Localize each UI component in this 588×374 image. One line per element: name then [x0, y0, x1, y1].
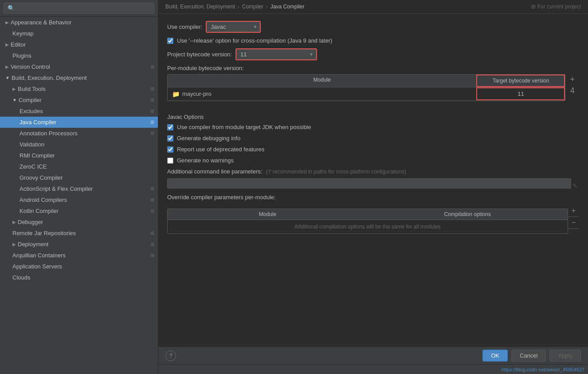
sidebar-item-label: Deployment [18, 241, 48, 248]
add-module-button[interactable]: + [567, 74, 577, 85]
sidebar-item-validation[interactable]: Validation [0, 139, 158, 150]
sidebar-item-label: Compiler [19, 97, 42, 103]
sidebar-item-label: Version Control [11, 63, 50, 70]
override-table-section: Module Compilation options Additional co… [167, 205, 579, 234]
sidebar-item-debugger[interactable]: ▶ Debugger [0, 217, 158, 228]
sidebar-item-label: Build, Execution, Deployment [12, 75, 87, 81]
override-col-module-header: Module [168, 209, 368, 220]
sidebar: ▶ Appearance & Behavior Keymap ▶ Editor … [0, 0, 158, 374]
col-version-header: Target bytecode version [476, 75, 565, 87]
sidebar-item-appearance[interactable]: ▶ Appearance & Behavior [0, 17, 158, 28]
help-button[interactable]: ? [165, 350, 176, 361]
override-add-button[interactable]: + [568, 205, 579, 217]
sidebar-item-label: ActionScript & Flex Compiler [20, 185, 93, 192]
sidebar-item-label: ZeroC ICE [20, 163, 47, 170]
arrow-icon: ▼ [5, 75, 10, 80]
sidebar-item-clouds[interactable]: Clouds [0, 272, 158, 283]
compiler-dropdown-wrapper: Javac Eclipse Ajc ▼ [206, 21, 261, 33]
sidebar-item-label: RMI Compiler [20, 152, 55, 159]
sidebar-item-android-compilers[interactable]: Android Compilers ⊞ [0, 194, 158, 205]
sidebar-item-excludes[interactable]: Excludes ⊞ [0, 106, 158, 117]
javac-option-3-label: Report use of deprecated features [177, 146, 264, 153]
sidebar-item-label: Plugins [12, 52, 31, 59]
sidebar-item-label: Debugger [18, 219, 43, 225]
sidebar-item-kotlin-compiler[interactable]: Kotlin Compiler ⊞ [0, 205, 158, 217]
bytecode-version-dropdown[interactable]: 11 8 9 10 12 [236, 49, 316, 59]
version-value: 11 [517, 91, 524, 97]
bytecode-dropdown-container: 11 8 9 10 12 ▼ [236, 49, 316, 59]
sidebar-item-rmi-compiler[interactable]: RMI Compiler [0, 150, 158, 161]
override-col-compilation-header: Compilation options [368, 209, 568, 220]
module-cell: 📁 maycur-pro [168, 88, 476, 100]
sidebar-item-java-compiler[interactable]: Java Compiler ⊞ [0, 117, 158, 128]
sidebar-item-compiler[interactable]: ▼ Compiler ⊞ [0, 94, 158, 106]
ok-button[interactable]: OK [482, 350, 508, 362]
sidebar-item-zeroc-ice[interactable]: ZeroC ICE [0, 161, 158, 172]
compiler-dropdown[interactable]: Javac Eclipse Ajc [207, 22, 260, 32]
javac-option-2-row: Generate debugging info [167, 135, 579, 142]
sidebar-item-editor[interactable]: ▶ Editor [0, 39, 158, 50]
breadcrumb-sep1: › [238, 4, 239, 10]
sidebar-item-deployment[interactable]: ▶ Deployment ⊞ [0, 239, 158, 250]
arrow-icon: ▶ [12, 87, 16, 91]
sidebar-item-build-tools[interactable]: ▶ Build Tools ⊞ [0, 83, 158, 94]
javac-option-1-checkbox[interactable] [167, 124, 173, 130]
per-module-row: Per-module bytecode version: [167, 65, 579, 71]
sidebar-item-app-servers[interactable]: Application Servers [0, 261, 158, 272]
sidebar-item-label: Validation [20, 141, 44, 148]
sidebar-item-label: Build Tools [18, 86, 46, 92]
page-icon: ⊞ [150, 230, 154, 236]
sidebar-item-version-control[interactable]: ▶ Version Control ⊞ [0, 61, 158, 72]
override-remove-button[interactable]: − [568, 217, 579, 229]
table-row: 📁 maycur-pro 11 [168, 87, 565, 101]
apply-button[interactable]: Apply [549, 350, 581, 362]
arrow-icon: ▶ [12, 220, 16, 224]
search-input[interactable] [4, 3, 154, 14]
cancel-button[interactable]: Cancel [511, 350, 546, 362]
sidebar-item-label: Android Compilers [20, 197, 67, 203]
resize-handle[interactable]: ⤡ [571, 182, 579, 189]
javac-option-2-checkbox[interactable] [167, 135, 173, 142]
compiler-dropdown-container: Javac Eclipse Ajc ▼ [207, 22, 260, 32]
release-option-label: Use '--release' option for cross-compila… [177, 37, 332, 44]
table-action-buttons: + 4 [565, 74, 579, 96]
col-module-header: Module [168, 75, 476, 87]
sidebar-item-groovy-compiler[interactable]: Groovy Compiler [0, 172, 158, 183]
arrow-icon: ▶ [12, 242, 16, 247]
project-icon: ⊞ [531, 4, 536, 10]
sidebar-item-label: Java Compiler [20, 119, 56, 126]
sidebar-item-label: Application Servers [12, 263, 62, 270]
sidebar-item-label: Remote Jar Repositories [12, 230, 76, 236]
page-icon: ⊞ [150, 64, 154, 70]
bytecode-version-row: Project bytecode version: 11 8 9 10 12 ▼ [167, 48, 579, 60]
params-input-row: ⤡ [167, 178, 579, 189]
override-table-header: Module Compilation options [168, 209, 568, 220]
arrow-icon: ▶ [5, 42, 9, 47]
sidebar-item-actionscript[interactable]: ActionScript & Flex Compiler ⊞ [0, 183, 158, 194]
module-table: Module Target bytecode version 📁 maycur-… [167, 74, 565, 101]
sidebar-item-annotation-processors[interactable]: Annotation Processors ⊞ [0, 128, 158, 139]
sidebar-item-label: Groovy Compiler [20, 174, 63, 181]
sidebar-item-label: Keymap [12, 30, 34, 37]
content-body: Use compiler: Javac Eclipse Ajc ▼ Use '-… [158, 14, 588, 346]
sidebar-item-remote-jar[interactable]: Remote Jar Repositories ⊞ [0, 228, 158, 239]
release-option-checkbox[interactable] [167, 38, 173, 44]
sidebar-item-keymap[interactable]: Keymap [0, 28, 158, 39]
bottom-bar: ? OK Cancel Apply [158, 346, 588, 364]
per-module-label: Per-module bytecode version: [167, 65, 244, 71]
sidebar-item-label: Appearance & Behavior [11, 19, 71, 26]
release-option-row: Use '--release' option for cross-compila… [167, 37, 579, 44]
status-bar: https://blog.csdn.net/weixin_45954637 [158, 364, 588, 374]
javac-option-4-checkbox[interactable] [167, 157, 173, 164]
module-table-section: Module Target bytecode version 📁 maycur-… [167, 74, 579, 107]
javac-option-3-checkbox[interactable] [167, 146, 173, 153]
page-icon: ⊞ [150, 186, 154, 192]
breadcrumb-part2: Compiler [242, 4, 263, 10]
sidebar-item-arquillian[interactable]: Arquillian Containers ⊞ [0, 250, 158, 261]
additional-params-row: Additional command line parameters: ('/'… [167, 168, 579, 175]
additional-params-input[interactable] [167, 178, 571, 189]
content-area: Build, Execution, Deployment › Compiler … [158, 0, 588, 374]
sidebar-item-build-exec[interactable]: ▼ Build, Execution, Deployment [0, 72, 158, 83]
page-icon: ⊞ [150, 130, 154, 136]
sidebar-item-plugins[interactable]: Plugins [0, 50, 158, 61]
